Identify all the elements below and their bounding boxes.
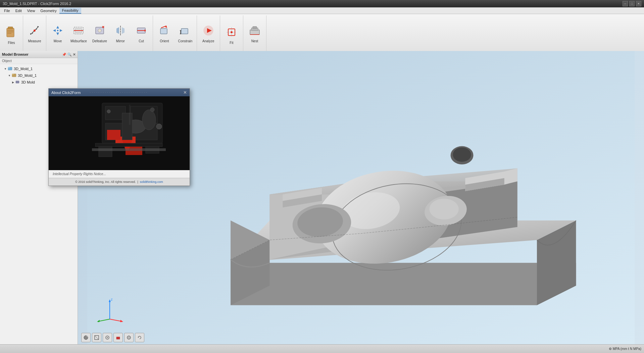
svg-line-85 (95, 336, 99, 340)
viewport-btn-2[interactable] (92, 333, 101, 342)
svg-marker-25 (116, 27, 119, 34)
close-panel-button[interactable]: ✕ (73, 53, 76, 56)
toolbar-section-home: Measure Home (23, 15, 46, 56)
files-icon (3, 24, 19, 40)
nest-button[interactable]: Nest (245, 21, 265, 45)
midsurface-button[interactable]: Midsurface (68, 21, 89, 45)
cut-button[interactable]: Cut (131, 21, 151, 45)
svg-marker-53 (231, 263, 576, 305)
menu-view[interactable]: View (24, 8, 38, 13)
search-button[interactable]: 🔍 (67, 53, 71, 56)
svg-point-91 (129, 337, 129, 338)
menu-feasibility[interactable]: Feasibility (59, 8, 81, 14)
viewport-btn-6[interactable] (135, 333, 144, 342)
svg-marker-12 (56, 26, 59, 29)
toolbar-section-files: Files (0, 15, 23, 56)
svg-rect-50 (12, 74, 14, 75)
menu-edit[interactable]: Edit (13, 8, 24, 13)
toolbar-section-fit: Fit (220, 15, 243, 56)
measure-button[interactable]: Measure (24, 21, 45, 45)
svg-marker-80 (120, 320, 123, 322)
fit-icon (224, 24, 240, 40)
viewport-btn-1[interactable] (81, 333, 91, 342)
nest-label: Nest (251, 39, 258, 43)
fit-label: Fit (230, 41, 233, 45)
status-units-icon: ⚙ (609, 347, 612, 351)
svg-rect-4 (7, 33, 11, 34)
title-bar-controls: ─ □ ✕ (623, 1, 641, 6)
analyze-icon (200, 22, 216, 39)
svg-rect-51 (16, 81, 19, 83)
analyze-label: Analyze (202, 39, 214, 43)
files-button[interactable]: Files (1, 23, 21, 46)
mirror-label: Mirror (116, 39, 125, 43)
svg-point-111 (156, 124, 162, 129)
svg-rect-3 (7, 32, 13, 32)
svg-rect-99 (107, 130, 120, 140)
defeature-button[interactable]: Defeature (90, 21, 110, 45)
cut-icon (133, 22, 149, 39)
about-dialog: About Click2Form · · · · · · · · · · · ·… (48, 88, 190, 186)
svg-point-67 (453, 147, 471, 162)
move-label: Move (54, 39, 62, 43)
menu-bar: File Edit View Geometry Feasibility (0, 7, 644, 14)
svg-marker-15 (60, 29, 62, 32)
midsurface-icon (70, 22, 87, 39)
analyze-button[interactable]: Analyze (198, 21, 218, 45)
model-browser-title: Model Browser (2, 52, 29, 56)
menu-geometry[interactable]: Geometry (38, 8, 59, 13)
orient-icon (156, 22, 172, 39)
about-copyright: © 2016 solidThinking, Inc. All rights re… (75, 180, 136, 184)
svg-rect-1 (8, 27, 13, 29)
toolbar-section-run: Analyze Run (197, 15, 220, 56)
nest-icon (247, 22, 263, 39)
ipr-notice: Intellectual Property Rights Notice... (49, 170, 190, 178)
svg-rect-45 (253, 27, 257, 29)
mirror-icon (112, 22, 129, 39)
about-splash: CLICK2FORM™ solidThinking 2016.2 Release (49, 96, 190, 170)
status-units-text: MPA (mm t N MPa) (613, 347, 641, 351)
pin-button[interactable]: 📌 (62, 53, 66, 56)
svg-rect-105 (99, 147, 112, 157)
about-dialog-title: About Click2Form · · · · · · · · · · · ·… (49, 89, 190, 96)
move-button[interactable]: Move (48, 21, 68, 45)
minimize-button[interactable]: ─ (623, 1, 628, 6)
svg-point-11 (34, 30, 36, 32)
about-website-link[interactable]: solidthinking.com (140, 180, 163, 184)
svg-point-42 (231, 31, 233, 33)
tree-item-mold1-top[interactable]: ▼ 3D_Mold_1 (1, 65, 76, 72)
close-button[interactable]: ✕ (636, 1, 641, 6)
svg-point-87 (107, 337, 108, 338)
maximize-button[interactable]: □ (629, 1, 635, 6)
svg-rect-102 (122, 113, 132, 140)
svg-point-109 (107, 110, 110, 113)
move-icon (50, 22, 66, 39)
viewport-btn-3[interactable] (103, 333, 112, 342)
svg-rect-30 (160, 29, 167, 34)
menu-file[interactable]: File (1, 8, 13, 13)
about-close-button[interactable]: ✕ (183, 90, 187, 95)
orient-button[interactable]: Orient (154, 21, 175, 45)
svg-rect-108 (92, 148, 166, 151)
about-dialog-body: CLICK2FORM™ solidThinking 2016.2 Release… (49, 96, 190, 186)
title-bar-text: 3D_Mold_1.SLDPRT - Click2Form 2016.2 (3, 2, 71, 6)
constrain-label: Constrain (178, 39, 193, 43)
viewport-btn-4[interactable] (113, 333, 123, 342)
toolbar-section-prepare: Move Midsurface (46, 15, 153, 56)
constrain-button[interactable]: Constrain (175, 21, 195, 45)
svg-rect-104 (95, 143, 162, 147)
svg-rect-2 (7, 30, 13, 31)
tree-item-mold1-nested[interactable]: ▼ 3D_Mold_1 (1, 72, 76, 79)
status-units: ⚙ MPA (mm t N MPa) (609, 347, 641, 351)
tree-item-3dmold[interactable]: ▶ 3D Mold (1, 79, 76, 86)
axes-indicator: Z (95, 297, 125, 324)
fit-button[interactable]: Fit (221, 23, 242, 46)
measure-label: Measure (28, 39, 41, 43)
mirror-button[interactable]: Mirror (110, 21, 131, 45)
svg-line-81 (98, 319, 110, 321)
midsurface-label: Midsurface (70, 39, 87, 43)
svg-point-110 (150, 108, 154, 112)
constrain-icon (177, 22, 193, 39)
viewport-btn-5[interactable] (124, 333, 134, 342)
svg-rect-112 (129, 105, 131, 125)
